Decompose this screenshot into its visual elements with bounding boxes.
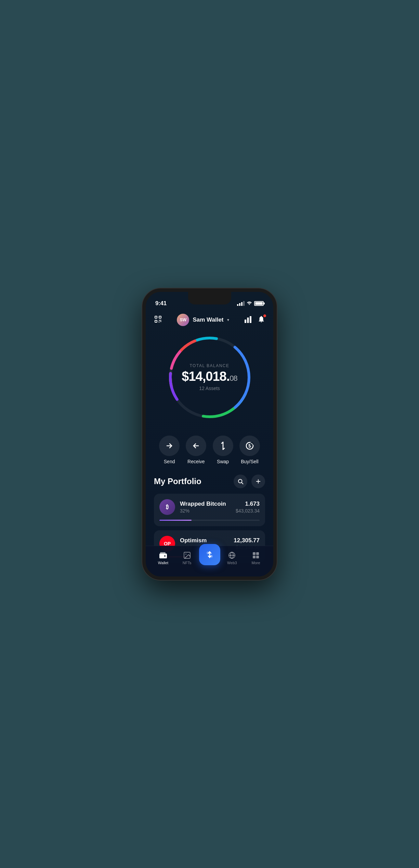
balance-cents: 08 (230, 374, 237, 383)
svg-rect-0 (155, 316, 157, 318)
nav-wallet[interactable]: Wallet (151, 551, 175, 565)
wallet-selector[interactable]: SW Sam Wallet ▾ (177, 314, 229, 326)
portfolio-title: My Portfolio (154, 477, 201, 486)
send-icon (165, 442, 173, 450)
wallet-name: Sam Wallet (193, 316, 223, 323)
swap-icon (219, 442, 227, 450)
ring-content: TOTAL BALANCE $14,018.08 12 Assets (182, 363, 237, 391)
asset-left: ₿ Wrapped Bitcoin 32% (159, 499, 226, 515)
wbtc-bar-fill (159, 520, 192, 521)
web3-nav-icon (228, 551, 236, 559)
action-buttons: Send Receive (146, 429, 273, 471)
receive-label: Receive (187, 459, 205, 464)
notification-button[interactable] (258, 315, 265, 324)
asset-row: ₿ Wrapped Bitcoin 32% 1.673 $43,023.34 (159, 499, 260, 515)
op-name: Optimism (180, 537, 207, 544)
search-icon (237, 478, 244, 484)
add-icon (255, 478, 261, 484)
wifi-icon (247, 301, 252, 306)
chart-icon (244, 315, 252, 323)
svg-rect-2 (155, 320, 157, 322)
swap-icon-circle (213, 436, 233, 456)
svg-rect-6 (245, 320, 246, 323)
assets-count: 12 Assets (182, 386, 237, 391)
wbtc-amount: 1.673 (236, 501, 260, 507)
wbtc-value: $43,023.34 (236, 508, 260, 514)
svg-rect-40 (253, 556, 256, 558)
swap-button[interactable]: Swap (213, 436, 233, 464)
nav-nfts-label: NFTs (183, 561, 192, 565)
svg-point-30 (185, 554, 186, 555)
wallet-nav-icon (159, 551, 167, 559)
chevron-down-icon: ▾ (227, 318, 229, 322)
asset-right-wbtc: 1.673 $43,023.34 (236, 501, 260, 514)
phone-frame: 9:41 (142, 288, 277, 580)
wbtc-pct: 32% (180, 508, 226, 514)
notch (188, 292, 231, 305)
status-time: 9:41 (155, 300, 167, 307)
center-action-button[interactable] (199, 544, 220, 565)
send-label: Send (164, 459, 175, 464)
wbtc-progress-bar (159, 520, 260, 521)
nav-more-label: More (252, 561, 260, 565)
balance-label: TOTAL BALANCE (182, 363, 237, 368)
portfolio-actions (234, 475, 265, 488)
receive-icon-circle (186, 436, 206, 456)
buysell-icon: $ (245, 441, 254, 450)
asset-info-wbtc: Wrapped Bitcoin 32% (180, 501, 226, 514)
svg-line-25 (241, 482, 243, 484)
scan-button[interactable] (154, 315, 162, 325)
phone-inner: 9:41 (146, 292, 273, 576)
avatar: SW (177, 314, 189, 326)
signal-icon (237, 301, 245, 306)
wbtc-icon: ₿ (159, 499, 175, 515)
scan-icon (154, 315, 162, 323)
send-button[interactable]: Send (159, 436, 180, 464)
svg-rect-1 (159, 316, 161, 318)
more-nav-icon (252, 551, 260, 559)
svg-rect-8 (250, 316, 251, 323)
op-amount: 12,305.77 (234, 537, 260, 544)
nav-web3-label: Web3 (227, 561, 237, 565)
nav-wallet-label: Wallet (158, 561, 168, 565)
buysell-icon-circle: $ (239, 436, 260, 456)
wbtc-name: Wrapped Bitcoin (180, 501, 226, 507)
chart-button[interactable] (244, 315, 252, 324)
buysell-button[interactable]: $ Buy/Sell (239, 436, 260, 464)
bottom-nav: Wallet NFTs (146, 546, 273, 576)
receive-button[interactable]: Receive (186, 436, 206, 464)
swap-center-icon (205, 550, 214, 559)
asset-card-wbtc[interactable]: ₿ Wrapped Bitcoin 32% 1.673 $43,023.34 (154, 494, 265, 526)
nav-nfts[interactable]: NFTs (175, 551, 199, 565)
send-icon-circle (159, 436, 180, 456)
svg-rect-41 (256, 556, 259, 558)
receive-icon (192, 442, 200, 450)
search-button[interactable] (234, 475, 247, 488)
status-icons (237, 301, 264, 306)
battery-icon (254, 301, 264, 306)
balance-amount: $14,018.08 (182, 370, 237, 384)
header-right (244, 315, 265, 324)
svg-rect-39 (256, 552, 259, 555)
header: SW Sam Wallet ▾ (146, 310, 273, 329)
svg-point-23 (250, 442, 253, 445)
svg-point-28 (164, 555, 166, 557)
nav-web3[interactable]: Web3 (220, 551, 244, 565)
notification-badge (263, 314, 266, 318)
nav-more[interactable]: More (244, 551, 268, 565)
nav-center (199, 544, 220, 572)
swap-label: Swap (217, 459, 229, 464)
svg-rect-38 (253, 552, 256, 555)
svg-rect-7 (247, 318, 249, 323)
nfts-nav-icon (183, 551, 191, 559)
balance-section: TOTAL BALANCE $14,018.08 12 Assets (146, 329, 273, 429)
balance-ring: TOTAL BALANCE $14,018.08 12 Assets (165, 333, 254, 422)
portfolio-header: My Portfolio (154, 475, 265, 488)
add-asset-button[interactable] (251, 475, 265, 488)
buysell-label: Buy/Sell (241, 459, 258, 464)
